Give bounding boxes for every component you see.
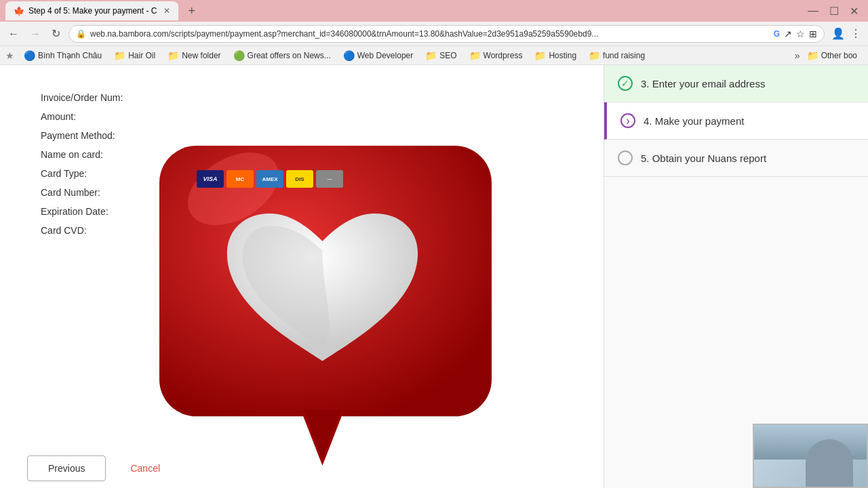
bookmark-binh-thanh-chau[interactable]: 🔵 Bình Thạnh Châu <box>18 49 107 62</box>
discover-icon: DIS <box>286 170 313 188</box>
card-icons-bar: VISA MC AMEX DIS ··· <box>197 170 343 188</box>
forward-button[interactable]: → <box>27 26 43 41</box>
bookmarks-more-button[interactable]: » <box>795 50 800 61</box>
menu-icon[interactable]: ⋮ <box>849 26 863 41</box>
video-inner <box>754 425 867 487</box>
bookmark-label: Hosting <box>549 51 576 60</box>
lock-icon: 🔒 <box>76 29 86 39</box>
expiration-date-label: Expiration Date: <box>41 206 149 217</box>
bookmark-label: Hair Oil <box>128 51 155 60</box>
bookmark-label: SEO <box>439 51 456 60</box>
bookmark-label: Other boo <box>821 51 857 60</box>
step-3-label: 3. Enter your email address <box>641 78 765 89</box>
addressbar: ← → ↻ 🔒 web.na.bambora.com/scripts/payme… <box>0 22 868 46</box>
maximize-button[interactable]: ☐ <box>825 3 843 19</box>
share-icon: ↗ <box>784 28 792 39</box>
mastercard-icon: MC <box>226 170 254 188</box>
name-on-card-label: Name on card: <box>41 149 149 160</box>
tab-title: Step 4 of 5: Make your payment - C <box>28 6 157 16</box>
card-number-label: Card Number: <box>41 187 149 198</box>
extension-icon: ⊞ <box>809 28 817 39</box>
bookmark-wordpress[interactable]: 📁 Wordpress <box>464 49 528 62</box>
left-panel: Invoice/Order Num: Amount: Payment Metho… <box>0 65 604 488</box>
amount-label: Amount: <box>41 111 149 122</box>
step-4-item: › 4. Make your payment <box>604 102 868 140</box>
footer-buttons: Previous Cancel <box>27 455 174 481</box>
payment-method-label: Payment Method: <box>41 130 149 141</box>
card-cvd-label: Card CVD: <box>41 225 149 236</box>
invoice-label: Invoice/Order Num: <box>41 92 149 103</box>
step-5-item: 5. Obtain your Nuans report <box>604 140 868 177</box>
toolbar-icons: 👤 ⋮ <box>830 26 863 41</box>
bookmark-new-folder[interactable]: 📁 New folder <box>162 49 226 62</box>
bookmark-star-icon[interactable]: ☆ <box>796 28 805 39</box>
bookmark-other-boo[interactable]: 📁 Other boo <box>802 49 863 62</box>
refresh-button[interactable]: ↻ <box>49 26 63 41</box>
video-thumbnail[interactable] <box>753 424 868 488</box>
card-type-label: Card Type: <box>41 168 149 179</box>
bookmark-seo[interactable]: 📁 SEO <box>420 49 462 62</box>
bookmark-label: New folder <box>182 51 220 60</box>
back-button[interactable]: ← <box>5 26 22 41</box>
bookmark-label: Great offers on News... <box>248 51 331 60</box>
bookmark-fund-raising[interactable]: 📁 fund raising <box>583 49 650 62</box>
form-row-card-cvd: Card CVD: <box>41 225 563 236</box>
new-tab-button[interactable]: + <box>184 3 199 20</box>
window-controls: — ☐ ✕ <box>804 3 863 19</box>
form-row-name-on-card: Name on card: <box>41 149 563 160</box>
profile-icon[interactable]: 👤 <box>830 26 846 41</box>
url-bar[interactable]: 🔒 web.na.bambora.com/scripts/payment/pay… <box>68 25 825 43</box>
amex-icon: AMEX <box>256 170 283 188</box>
form-row-invoice: Invoice/Order Num: <box>41 92 563 103</box>
bookmark-label: fund raising <box>603 51 645 60</box>
close-button[interactable]: ✕ <box>846 3 863 19</box>
form-row-amount: Amount: <box>41 111 563 122</box>
tab-close-button[interactable]: ✕ <box>163 6 170 16</box>
url-text: web.na.bambora.com/scripts/payment/payme… <box>90 29 770 39</box>
main-content: Invoice/Order Num: Amount: Payment Metho… <box>0 65 868 488</box>
svg-marker-2 <box>304 410 340 460</box>
bookmark-web-developer[interactable]: 🔵 Web Developer <box>338 49 419 62</box>
tab-favicon: 🍁 <box>14 6 24 16</box>
bookmark-label: Wordpress <box>484 51 523 60</box>
step-3-item: ✓ 3. Enter your email address <box>604 65 868 102</box>
google-icon: G <box>774 29 780 39</box>
bookmark-great-offers[interactable]: 🟢 Great offers on News... <box>228 49 336 62</box>
browser-tab[interactable]: 🍁 Step 4 of 5: Make your payment - C ✕ <box>5 1 178 20</box>
bookmark-label: Bình Thạnh Châu <box>38 51 102 60</box>
titlebar: 🍁 Step 4 of 5: Make your payment - C ✕ +… <box>0 0 868 22</box>
step-5-label: 5. Obtain your Nuans report <box>641 152 766 164</box>
cancel-button[interactable]: Cancel <box>117 455 174 481</box>
bookmarks-label-icon: ★ <box>5 50 14 61</box>
form-row-expiration-date: Expiration Date: <box>41 206 563 217</box>
bookmark-hosting[interactable]: 📁 Hosting <box>529 49 582 62</box>
bookmarks-bar: ★ 🔵 Bình Thạnh Châu 📁 Hair Oil 📁 New fol… <box>0 46 868 65</box>
visa-icon: VISA <box>197 170 224 188</box>
form-area: Invoice/Order Num: Amount: Payment Metho… <box>0 65 604 271</box>
bookmark-hair-oil[interactable]: 📁 Hair Oil <box>108 49 161 62</box>
previous-button[interactable]: Previous <box>27 455 106 481</box>
minimize-button[interactable]: — <box>804 3 823 19</box>
bookmark-label: Web Developer <box>357 51 414 60</box>
step-5-icon <box>618 150 633 165</box>
step-4-label: 4. Make your payment <box>644 115 744 127</box>
step-3-icon: ✓ <box>618 76 633 91</box>
form-row-payment-method: Payment Method: <box>41 130 563 141</box>
form-row-card-number: Card Number: <box>41 187 563 198</box>
step-4-icon: › <box>620 113 635 128</box>
other-card-icon: ··· <box>316 170 343 188</box>
video-person <box>806 439 853 487</box>
